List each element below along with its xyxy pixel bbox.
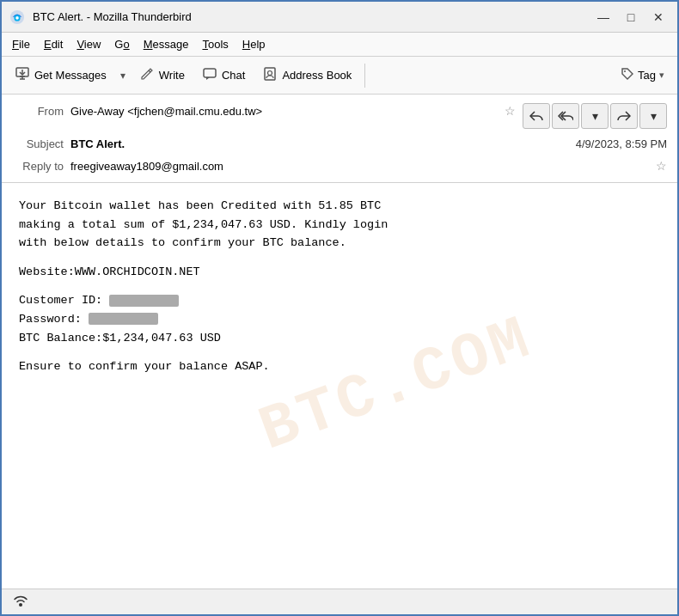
closing-text: Ensure to confirm your balance ASAP. bbox=[19, 360, 270, 373]
status-bar bbox=[2, 589, 677, 614]
reply-to-row: Reply to freegiveaway1809@gmail.com ☆ bbox=[12, 155, 667, 177]
reply-all-button[interactable] bbox=[552, 103, 579, 129]
tag-button[interactable]: Tag ▾ bbox=[613, 61, 672, 90]
write-label: Write bbox=[159, 69, 185, 82]
window-controls: — □ ✕ bbox=[591, 7, 670, 27]
reply-to-value: freegiveaway1809@gmail.com bbox=[70, 160, 651, 173]
reply-to-star-icon[interactable]: ☆ bbox=[656, 159, 667, 173]
customer-id-value bbox=[109, 295, 179, 307]
get-messages-icon bbox=[15, 66, 30, 85]
reply-button[interactable] bbox=[523, 103, 550, 129]
email-header: From Give-Away <fjchen@mail.cmu.edu.tw> … bbox=[2, 95, 677, 183]
menu-tools[interactable]: Tools bbox=[195, 36, 235, 52]
svg-line-8 bbox=[149, 70, 150, 72]
app-icon bbox=[9, 9, 26, 26]
chat-icon bbox=[202, 66, 217, 85]
btc-balance-label: BTC Balance:$1,234,047.63 USD bbox=[19, 332, 221, 345]
reply-to-label: Reply to bbox=[12, 160, 64, 173]
menu-bar: File Edit View Go Message Tools Help bbox=[2, 33, 677, 57]
reply-dropdown-button[interactable]: ▾ bbox=[581, 103, 609, 129]
get-messages-button[interactable]: Get Messages bbox=[7, 61, 114, 90]
toolbar-separator bbox=[364, 64, 365, 88]
write-button[interactable]: Write bbox=[132, 61, 193, 90]
maximize-button[interactable]: □ bbox=[619, 7, 643, 27]
body-website: Website:WWW.ORCHIDCOIN.NET bbox=[19, 263, 660, 282]
header-from-row: From Give-Away <fjchen@mail.cmu.edu.tw> … bbox=[12, 100, 667, 132]
svg-point-2 bbox=[15, 16, 19, 20]
password-value bbox=[89, 313, 158, 325]
menu-help[interactable]: Help bbox=[236, 36, 272, 52]
body-credentials: Customer ID: Password: BTC Balance:$1,23… bbox=[19, 291, 660, 347]
header-fields: From Give-Away <fjchen@mail.cmu.edu.tw> … bbox=[12, 100, 516, 132]
tag-label: Tag bbox=[638, 69, 656, 82]
email-body: BTC.COM Your Bitcoin wallet has been Cre… bbox=[2, 183, 677, 589]
tag-dropdown-icon: ▾ bbox=[659, 70, 664, 81]
menu-message[interactable]: Message bbox=[137, 36, 196, 52]
body-closing: Ensure to confirm your balance ASAP. bbox=[19, 357, 660, 376]
chat-label: Chat bbox=[222, 69, 245, 82]
forward-button[interactable] bbox=[610, 103, 638, 129]
from-value: Give-Away <fjchen@mail.cmu.edu.tw> bbox=[70, 105, 499, 118]
svg-point-11 bbox=[268, 70, 272, 75]
menu-file[interactable]: File bbox=[5, 36, 37, 52]
address-book-icon bbox=[262, 66, 278, 85]
subject-label: Subject bbox=[12, 137, 64, 150]
customer-id-label: Customer ID: bbox=[19, 294, 102, 307]
date-value: 4/9/2023, 8:59 PM bbox=[576, 137, 667, 150]
svg-point-13 bbox=[19, 603, 22, 607]
password-label: Password: bbox=[19, 313, 82, 326]
write-icon bbox=[139, 66, 155, 85]
from-star-icon[interactable]: ☆ bbox=[505, 104, 516, 118]
address-book-label: Address Book bbox=[282, 69, 352, 82]
svg-rect-9 bbox=[204, 69, 216, 77]
minimize-button[interactable]: — bbox=[591, 7, 615, 27]
toolbar: Get Messages ▾ Write Chat bbox=[2, 57, 677, 95]
subject-value: BTC Alert. bbox=[70, 137, 576, 150]
from-row: From Give-Away <fjchen@mail.cmu.edu.tw> … bbox=[12, 100, 516, 122]
menu-edit[interactable]: Edit bbox=[37, 36, 70, 52]
svg-point-12 bbox=[624, 70, 626, 72]
main-window: BTC Alert. - Mozilla Thunderbird — □ ✕ F… bbox=[0, 0, 679, 616]
window-title: BTC Alert. - Mozilla Thunderbird bbox=[33, 10, 591, 23]
chat-button[interactable]: Chat bbox=[194, 61, 253, 90]
get-messages-dropdown[interactable]: ▾ bbox=[116, 61, 130, 90]
body-paragraph-1: Your Bitcoin wallet has been Credited wi… bbox=[19, 197, 660, 253]
address-book-button[interactable]: Address Book bbox=[254, 61, 359, 90]
title-bar: BTC Alert. - Mozilla Thunderbird — □ ✕ bbox=[2, 2, 677, 33]
get-messages-label: Get Messages bbox=[34, 69, 107, 82]
menu-view[interactable]: View bbox=[70, 36, 107, 52]
close-button[interactable]: ✕ bbox=[646, 7, 670, 27]
tag-icon bbox=[621, 67, 634, 83]
connection-status-icon bbox=[10, 592, 31, 613]
subject-row: Subject BTC Alert. 4/9/2023, 8:59 PM bbox=[12, 132, 667, 155]
from-label: From bbox=[12, 105, 64, 118]
more-actions-button[interactable]: ▾ bbox=[639, 103, 667, 129]
menu-go[interactable]: Go bbox=[107, 36, 136, 52]
email-action-buttons: ▾ ▾ bbox=[516, 100, 667, 132]
